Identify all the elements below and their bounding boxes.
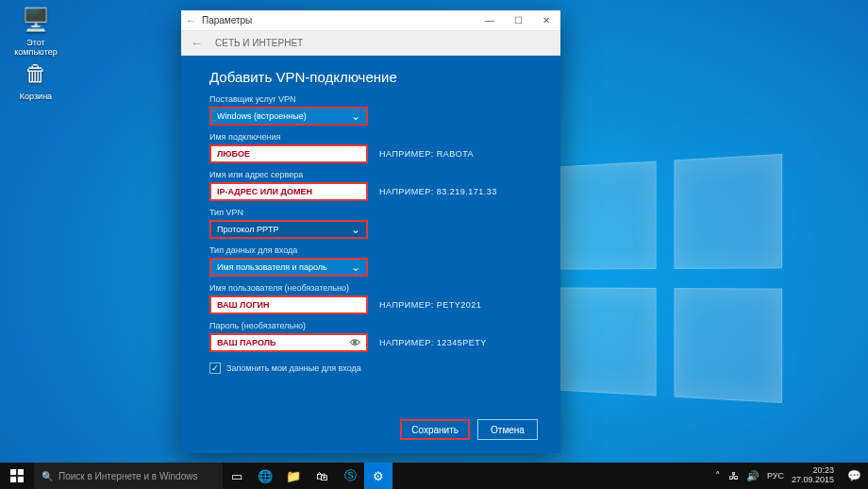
breadcrumb: СЕТЬ И ИНТЕРНЕТ: [215, 38, 303, 48]
taskbar: 🔍 Поиск в Интернете и в Windows ▭ 🌐 📁 🛍 …: [0, 463, 868, 489]
start-button[interactable]: [0, 463, 34, 489]
field-label-password: Пароль (необязательно): [209, 321, 534, 330]
back-icon[interactable]: ←: [181, 14, 202, 27]
pc-icon: [21, 5, 51, 35]
window-title: Параметры: [202, 15, 476, 25]
password-input[interactable]: ВАШ ПАРОЛЬ 👁: [209, 333, 368, 352]
recycle-bin-icon: [21, 59, 51, 89]
taskbar-app-explorer[interactable]: 📁: [279, 463, 308, 489]
vpn-panel: Добавить VPN-подключение Поставщик услуг…: [181, 56, 560, 453]
server-address-input[interactable]: IP-АДРЕС ИЛИ ДОМЕН: [209, 182, 368, 201]
cancel-button[interactable]: Отмена: [477, 419, 538, 440]
checkbox-icon: ✓: [209, 363, 221, 374]
taskbar-clock[interactable]: 20:23 27.09.2015: [792, 466, 834, 485]
svg-rect-1: [18, 469, 24, 475]
taskbar-app-skype[interactable]: Ⓢ: [336, 463, 364, 489]
field-label-server: Имя или адрес сервера: [209, 170, 534, 179]
signin-type-select[interactable]: Имя пользователя и пароль: [209, 258, 368, 277]
language-indicator[interactable]: РУС: [767, 471, 784, 481]
remember-credentials-checkbox[interactable]: ✓ Запомнить мои данные для входа: [209, 363, 534, 374]
task-view-button[interactable]: ▭: [223, 463, 251, 489]
close-button[interactable]: ✕: [532, 10, 560, 31]
hint-text: НАПРИМЕР: PETY2021: [379, 300, 481, 310]
username-input[interactable]: ВАШ ЛОГИН: [209, 295, 368, 314]
hint-text: НАПРИМЕР: 12345PETY: [379, 338, 487, 347]
vpn-type-select[interactable]: Протокол PPTP: [209, 220, 368, 239]
taskbar-search[interactable]: 🔍 Поиск в Интернете и в Windows: [34, 463, 223, 489]
field-label-provider: Поставщик услуг VPN: [209, 94, 534, 104]
tray-expand-icon[interactable]: ˄: [715, 470, 721, 482]
action-center-button[interactable]: 💬: [840, 463, 868, 489]
settings-window: ← Параметры — ☐ ✕ ← СЕТЬ И ИНТЕРНЕТ Доба…: [181, 10, 560, 453]
taskbar-app-settings[interactable]: ⚙: [364, 463, 392, 489]
field-label-vpn-type: Тип VPN: [209, 208, 534, 217]
hint-text: НАПРИМЕР: 83.219.171.33: [379, 187, 497, 196]
breadcrumb-bar: ← СЕТЬ И ИНТЕРНЕТ: [181, 31, 560, 56]
hint-text: НАПРИМЕР: RABOTA: [379, 149, 474, 159]
windows-logo-art: [559, 154, 782, 403]
svg-rect-2: [10, 477, 16, 482]
save-button[interactable]: Сохранить: [400, 419, 470, 440]
search-icon: 🔍: [42, 471, 53, 481]
back-icon[interactable]: ←: [191, 36, 203, 50]
connection-name-input[interactable]: ЛЮБОЕ: [209, 144, 368, 163]
field-label-conn-name: Имя подключения: [209, 132, 534, 142]
svg-rect-3: [18, 477, 24, 482]
desktop-icon-recycle-bin[interactable]: Корзина: [8, 59, 64, 101]
field-label-username: Имя пользователя (необязательно): [209, 283, 534, 293]
reveal-password-icon[interactable]: 👁: [350, 337, 360, 348]
taskbar-app-store[interactable]: 🛍: [308, 463, 336, 489]
taskbar-app-edge[interactable]: 🌐: [251, 463, 279, 489]
network-icon[interactable]: 🖧: [728, 470, 739, 481]
desktop-icon-label: Корзина: [8, 92, 64, 101]
panel-title: Добавить VPN-подключение: [209, 69, 534, 85]
vpn-provider-select[interactable]: Windows (встроенные): [209, 107, 368, 126]
maximize-button[interactable]: ☐: [504, 10, 532, 31]
desktop-icon-this-pc[interactable]: Этот компьютер: [8, 5, 64, 57]
svg-rect-0: [10, 469, 16, 475]
windows-icon: [10, 469, 24, 482]
field-label-signin-type: Тип данных для входа: [209, 245, 534, 255]
desktop-icon-label: Этот компьютер: [8, 38, 64, 57]
system-tray: ˄ 🖧 🔊 РУС 20:23 27.09.2015: [709, 463, 840, 489]
volume-icon[interactable]: 🔊: [746, 470, 760, 482]
minimize-button[interactable]: —: [476, 10, 504, 31]
titlebar: ← Параметры — ☐ ✕: [181, 10, 560, 31]
